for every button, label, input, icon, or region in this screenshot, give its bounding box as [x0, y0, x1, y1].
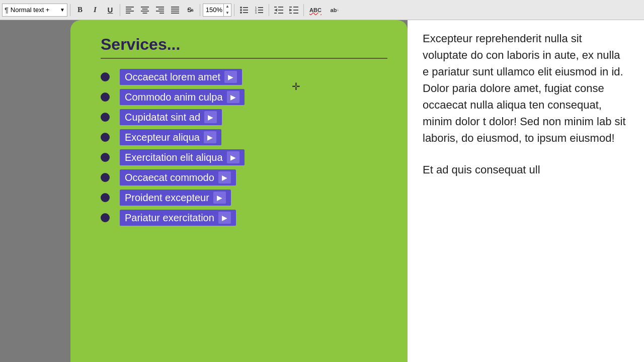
service-link-text: Occaecat lorem amet	[125, 71, 220, 83]
svg-rect-11	[159, 13, 164, 14]
zoom-input[interactable]	[203, 6, 223, 14]
service-arrow-icon[interactable]: ▶	[213, 192, 226, 204]
service-link-text: Exercitation elit aliqua	[125, 152, 223, 163]
svg-rect-31	[278, 13, 283, 14]
align-center-button[interactable]	[138, 4, 152, 17]
svg-rect-5	[142, 9, 148, 10]
list-item: Commodo anim culpa ▶	[101, 89, 387, 105]
svg-rect-3	[126, 13, 130, 14]
list-item: Proident excepteur ▶	[101, 190, 387, 206]
service-arrow-icon[interactable]: ▶	[227, 151, 239, 163]
service-arrow-icon[interactable]: ▶	[204, 131, 216, 143]
right-paragraph-1: Excepteur reprehenderit nulla sit volupt…	[423, 30, 629, 146]
style-dropdown[interactable]: ¶ Normal text + ▼	[2, 4, 67, 17]
svg-rect-15	[171, 13, 179, 14]
svg-rect-30	[278, 10, 283, 11]
service-arrow-icon[interactable]: ▶	[218, 171, 231, 184]
spellcheck-button[interactable]: ABC	[306, 4, 325, 17]
zoom-arrows: ▲ ▼	[223, 4, 231, 17]
strikethrough-sub: s	[191, 8, 193, 13]
service-link[interactable]: Commodo anim culpa ▶	[120, 89, 245, 105]
bullet-icon	[101, 72, 110, 81]
list-item: Pariatur exercitation ▶	[101, 210, 387, 226]
service-link-text: Pariatur exercitation	[125, 212, 214, 224]
svg-point-16	[240, 7, 242, 9]
svg-rect-25	[258, 7, 263, 8]
service-link[interactable]: Pariatur exercitation ▶	[120, 210, 236, 226]
svg-rect-2	[126, 11, 134, 12]
services-title: Services...	[101, 35, 387, 59]
indent-increase-icon	[289, 7, 298, 14]
svg-rect-8	[156, 7, 164, 8]
separator-6	[303, 4, 304, 16]
service-link-text: Excepteur aliqua	[125, 132, 200, 143]
service-link[interactable]: Exercitation elit aliqua ▶	[120, 149, 245, 165]
unordered-list-button[interactable]	[237, 4, 251, 17]
align-left-button[interactable]	[123, 4, 137, 17]
right-text-block-1: Excepteur reprehenderit nulla sit volupt…	[423, 30, 629, 146]
dropdown-arrow-icon: ▼	[60, 7, 65, 13]
list-item: Excepteur aliqua ▶	[101, 129, 387, 145]
list-item: Occaecat commodo ▶	[101, 169, 387, 186]
unordered-list-icon	[240, 7, 248, 14]
service-arrow-icon[interactable]: ▶	[224, 71, 237, 83]
svg-rect-6	[141, 11, 149, 12]
svg-rect-29	[278, 7, 283, 8]
svg-rect-7	[143, 13, 147, 14]
service-arrow-icon[interactable]: ▶	[227, 91, 239, 103]
underline-button[interactable]: U	[103, 4, 117, 17]
svg-rect-35	[293, 7, 298, 8]
service-link[interactable]: Cupidatat sint ad ▶	[120, 109, 222, 125]
right-panel[interactable]: Excepteur reprehenderit nulla sit volupt…	[408, 20, 644, 362]
service-arrow-icon[interactable]: ▶	[218, 212, 231, 224]
bullet-icon	[101, 193, 110, 202]
bullet-icon	[101, 153, 110, 162]
indent-decrease-icon	[274, 7, 283, 14]
svg-rect-14	[171, 11, 179, 12]
svg-rect-26	[258, 10, 263, 11]
bold-button[interactable]: B	[73, 4, 87, 17]
toolbar: ¶ Normal text + ▼ B I U	[0, 0, 644, 20]
content-area: Services... ✛ Occaecat lorem amet ▶ Comm…	[0, 20, 644, 362]
svg-marker-28	[274, 9, 277, 12]
separator-5	[269, 4, 269, 16]
svg-rect-36	[293, 10, 298, 11]
svg-rect-33	[274, 13, 277, 14]
autocorrect-label: ab	[331, 7, 337, 13]
align-right-icon	[156, 7, 164, 14]
align-center-icon	[141, 7, 149, 14]
strikethrough-button[interactable]: S s	[183, 4, 197, 17]
list-item: Occaecat lorem amet ▶	[101, 69, 387, 85]
service-link[interactable]: Excepteur aliqua ▶	[120, 129, 221, 145]
align-right-button[interactable]	[153, 4, 167, 17]
service-link-text: Cupidatat sint ad	[125, 112, 200, 123]
zoom-down-button[interactable]: ▼	[224, 10, 231, 17]
ordered-list-button[interactable]: 1. 2. 3.	[252, 4, 266, 17]
separator-2	[120, 4, 120, 16]
autocorrect-button[interactable]: ab ↓	[326, 4, 344, 17]
align-justify-button[interactable]	[168, 4, 182, 17]
svg-rect-4	[141, 7, 149, 8]
svg-point-18	[240, 12, 242, 14]
svg-rect-27	[258, 12, 263, 13]
svg-rect-1	[126, 9, 131, 10]
service-link[interactable]: Occaecat lorem amet ▶	[120, 69, 242, 85]
service-link[interactable]: Proident excepteur ▶	[120, 190, 231, 206]
svg-rect-37	[293, 13, 298, 14]
spellcheck-label: ABC	[309, 7, 321, 13]
zoom-up-button[interactable]: ▲	[224, 4, 231, 10]
separator-4	[234, 4, 234, 16]
zoom-control[interactable]: ▲ ▼	[203, 4, 231, 17]
separator-3	[200, 4, 200, 16]
service-link-text: Proident excepteur	[125, 192, 209, 204]
right-paragraph-2: Et ad quis consequat ull	[423, 161, 629, 178]
italic-button[interactable]: I	[88, 4, 102, 17]
right-text-block-2: Et ad quis consequat ull	[423, 161, 629, 178]
service-arrow-icon[interactable]: ▶	[204, 111, 217, 123]
indent-increase-button[interactable]	[287, 4, 301, 17]
indent-decrease-button[interactable]	[272, 4, 286, 17]
services-list: Occaecat lorem amet ▶ Commodo anim culpa…	[101, 69, 387, 226]
service-link[interactable]: Occaecat commodo ▶	[120, 169, 236, 186]
svg-rect-20	[243, 10, 248, 11]
align-left-icon	[126, 7, 134, 14]
